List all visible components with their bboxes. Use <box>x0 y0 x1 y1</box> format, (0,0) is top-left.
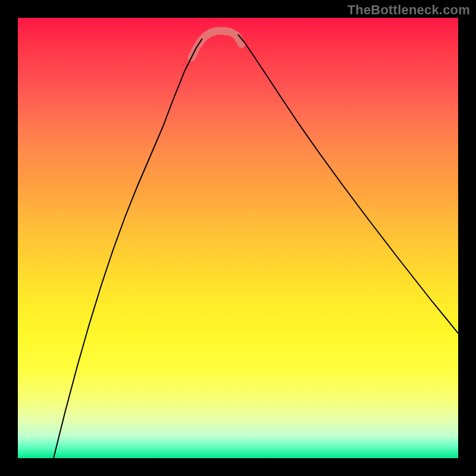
left-curve <box>54 39 202 458</box>
chart-frame: TheBottleneck.com <box>0 0 476 476</box>
plot-area <box>18 18 458 458</box>
watermark-text: TheBottleneck.com <box>347 2 470 18</box>
right-curve <box>238 35 458 333</box>
chart-svg <box>18 18 458 458</box>
